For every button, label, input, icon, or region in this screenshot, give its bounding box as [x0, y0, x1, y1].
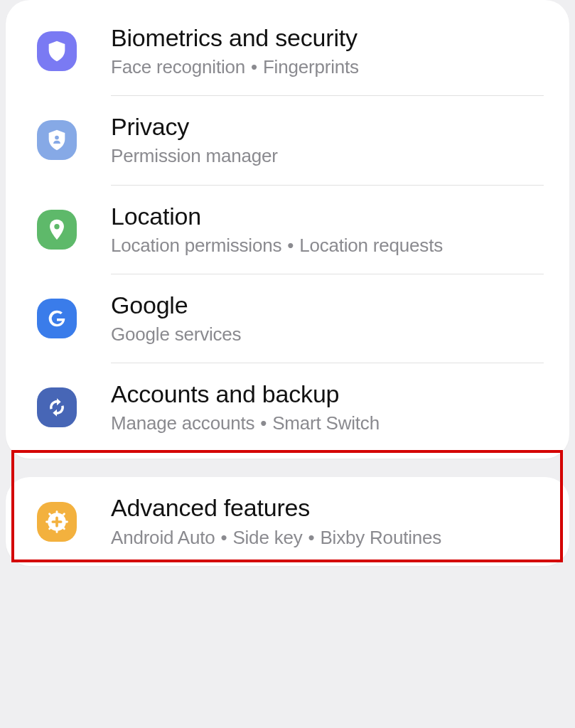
- settings-item-text: Privacy Permission manager: [111, 113, 278, 167]
- svg-rect-6: [65, 520, 68, 523]
- svg-rect-5: [45, 520, 48, 523]
- settings-item-text: Accounts and backup Manage accounts•Smar…: [111, 380, 380, 434]
- item-title: Biometrics and security: [111, 24, 359, 52]
- settings-item-text: Advanced features Android Auto•Side key•…: [111, 494, 441, 548]
- privacy-shield-icon: [37, 120, 77, 160]
- settings-card-advanced: Advanced features Android Auto•Side key•…: [6, 477, 569, 565]
- item-subtitle: Face recognition•Fingerprints: [111, 56, 359, 78]
- svg-rect-4: [56, 530, 58, 532]
- plus-gear-icon: [37, 502, 77, 542]
- svg-point-1: [54, 224, 59, 229]
- item-subtitle: Google services: [111, 323, 241, 346]
- item-title: Privacy: [111, 113, 278, 141]
- settings-item-google[interactable]: Google Google services: [6, 274, 569, 363]
- item-title: Google: [111, 291, 241, 319]
- settings-item-advanced-features[interactable]: Advanced features Android Auto•Side key•…: [6, 477, 569, 565]
- settings-item-privacy[interactable]: Privacy Permission manager: [6, 96, 569, 184]
- settings-item-accounts-backup[interactable]: Accounts and backup Manage accounts•Smar…: [6, 363, 569, 459]
- svg-point-0: [55, 136, 59, 140]
- settings-item-text: Biometrics and security Face recognition…: [111, 24, 359, 78]
- settings-item-text: Google Google services: [111, 291, 241, 346]
- settings-page: Biometrics and security Face recognition…: [0, 0, 575, 728]
- item-title: Location: [111, 203, 443, 230]
- item-subtitle: Android Auto•Side key•Bixby Routines: [111, 527, 441, 549]
- sync-icon: [37, 387, 77, 427]
- location-pin-icon: [37, 210, 77, 250]
- settings-item-biometrics[interactable]: Biometrics and security Face recognition…: [6, 7, 569, 95]
- item-subtitle: Manage accounts•Smart Switch: [111, 412, 380, 434]
- item-title: Accounts and backup: [111, 380, 380, 408]
- settings-item-location[interactable]: Location Location permissions•Location r…: [6, 186, 569, 274]
- settings-item-text: Location Location permissions•Location r…: [111, 203, 443, 257]
- svg-rect-3: [56, 510, 58, 513]
- shield-icon: [37, 31, 77, 71]
- google-icon: [37, 299, 77, 338]
- settings-card-main: Biometrics and security Face recognition…: [6, 0, 569, 459]
- item-title: Advanced features: [111, 494, 441, 522]
- item-subtitle: Permission manager: [111, 145, 278, 167]
- item-subtitle: Location permissions•Location requests: [111, 235, 443, 257]
